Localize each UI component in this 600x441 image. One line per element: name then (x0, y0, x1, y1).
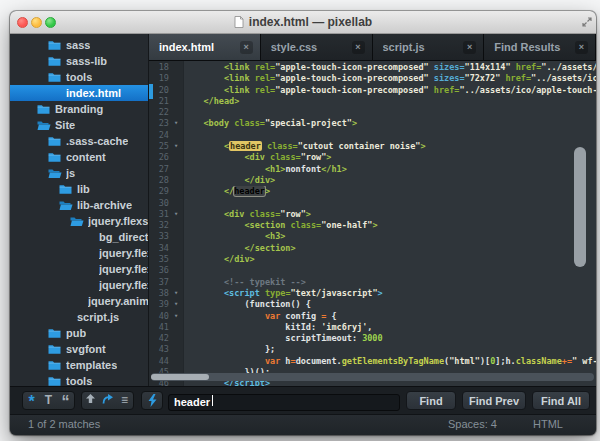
sidebar-item-jquery-flexslider[interactable]: jquery.flexslider (10, 277, 148, 293)
horizontal-scrollbar-thumb[interactable] (151, 374, 209, 380)
fold-arrow-icon[interactable]: ▾ (169, 118, 183, 129)
sidebar-item-js[interactable]: js (10, 165, 148, 181)
sidebar-item-sass-lib[interactable]: sass-lib (10, 53, 148, 69)
code-line[interactable]: 28 </div> (149, 175, 596, 186)
line-number: 31 (149, 209, 169, 220)
code-token (183, 311, 265, 321)
find-input[interactable] (168, 394, 400, 411)
code-line[interactable]: 41 kitId: 'imc6ryj', (149, 322, 596, 333)
sidebar-item-lib[interactable]: lib (10, 181, 148, 197)
tab-close-icon[interactable]: × (575, 41, 588, 54)
code-line[interactable]: 33 <h3> (149, 231, 596, 242)
sidebar-item-jquery-animate-enh[interactable]: jquery.animate-enh (10, 293, 148, 309)
sidebar-item-sass[interactable]: sass (10, 37, 148, 53)
tab-index-html[interactable]: index.html× (149, 34, 261, 60)
sidebar-item-jquery-flexslider[interactable]: jquery.flexslider (10, 245, 148, 261)
sidebar-item-content[interactable]: content (10, 149, 148, 165)
code-line[interactable]: 20 <link rel="apple-touch-icon-precompos… (149, 85, 596, 96)
sidebar-item-jquery-flexslider[interactable]: jquery.flexslider (10, 213, 148, 229)
code-line[interactable]: 32 <section class="one-half"> (149, 220, 596, 231)
code-line[interactable]: 23▾ <body class="special-project"> (149, 118, 596, 129)
code-token: h (280, 356, 290, 366)
tab-close-icon[interactable]: × (352, 41, 365, 54)
sidebar-item-script-js[interactable]: script.js (10, 309, 148, 325)
tab-script-js[interactable]: script.js× (373, 34, 485, 60)
code-line[interactable]: 26 <div class="row"> (149, 152, 596, 163)
code-line[interactable]: 18 <link rel="apple-touch-icon-precompos… (149, 62, 596, 73)
vertical-scrollbar[interactable] (574, 147, 586, 267)
code-line[interactable]: 21 </head> (149, 96, 596, 107)
fold-arrow-icon[interactable]: ▾ (169, 299, 183, 310)
folder-icon (48, 40, 62, 51)
fold-arrow-icon[interactable]: ▾ (169, 141, 183, 152)
code-line[interactable]: 36 (149, 265, 596, 276)
sidebar-item-svgfont[interactable]: svgfont (10, 341, 148, 357)
fold-arrow-icon[interactable]: ▾ (169, 311, 183, 322)
sidebar-item-lib-archive[interactable]: lib-archive (10, 197, 148, 213)
code-line[interactable]: 19 <link rel="apple-touch-icon-precompos… (149, 73, 596, 84)
sidebar-item-label: jquery.flexslider (99, 247, 148, 259)
find-button-find[interactable]: Find (406, 391, 456, 410)
horizontal-scrollbar-track[interactable] (151, 373, 594, 381)
sidebar-item-sass-cache[interactable]: .sass-cache (10, 133, 148, 149)
tab-label: index.html (159, 41, 240, 53)
folder-open-icon (48, 168, 62, 179)
fold-arrow-icon[interactable]: ▾ (169, 288, 183, 299)
title-bar[interactable]: index.html — pixellab (10, 11, 596, 34)
code-line[interactable]: 24 (149, 130, 596, 141)
sidebar-item-label: pub (66, 327, 86, 339)
sidebar-item-site[interactable]: Site (10, 117, 148, 133)
code-line[interactable]: 34 </section> (149, 243, 596, 254)
syntax-mode[interactable]: HTML (533, 418, 563, 430)
code-line[interactable]: 31▾ <div class="row"> (149, 209, 596, 220)
zoom-window-icon[interactable] (45, 17, 56, 28)
file-tree-sidebar: sasssass-libtoolsindex.htmlBrandingSite.… (10, 34, 149, 386)
quotes-icon[interactable]: “ (57, 391, 74, 410)
code-line[interactable]: 37 <!-- typekit --> (149, 277, 596, 288)
code-line[interactable]: 39▾ (function() { (149, 299, 596, 310)
code-line[interactable]: 43 }; (149, 344, 596, 355)
sidebar-item-index-html[interactable]: index.html (10, 85, 148, 101)
code-line[interactable]: 27 <h1>nonfont</h1> (149, 164, 596, 175)
code-line[interactable]: 35 </div> (149, 254, 596, 265)
code-token: class= (234, 118, 265, 128)
code-line[interactable]: 22 (149, 107, 596, 118)
sidebar-item-tools[interactable]: tools (10, 69, 148, 85)
tab-find-results[interactable]: Find Results× (484, 34, 596, 60)
tab-style-css[interactable]: style.css× (261, 34, 373, 60)
code-line[interactable]: 42 scriptTimeout: 3000 (149, 333, 596, 344)
code-line[interactable]: 44 var h=document.getElementsByTagName("… (149, 356, 596, 367)
curved-arrow-icon[interactable] (99, 392, 116, 409)
sidebar-item-pub[interactable]: pub (10, 325, 148, 341)
sidebar-item-jquery-flexslider[interactable]: jquery.flexslider (10, 261, 148, 277)
arrow-up-icon[interactable] (82, 392, 99, 409)
code-token: document. (296, 356, 342, 366)
sidebar-item-tools[interactable]: tools (10, 373, 148, 386)
close-window-icon[interactable] (17, 17, 28, 28)
menu-lines-icon[interactable]: ≡ (116, 392, 133, 409)
code-line[interactable]: 30 (149, 198, 596, 209)
code-line[interactable]: 25▾ <header class="cutout container nois… (149, 141, 596, 152)
sidebar-item-templates[interactable]: templates (10, 357, 148, 373)
asterisk-icon[interactable]: * (23, 391, 40, 410)
minimize-window-icon[interactable] (31, 17, 42, 28)
code-line[interactable]: 40▾ var config = { (149, 311, 596, 322)
tab-close-icon[interactable]: × (463, 41, 476, 54)
code-line[interactable]: 29 </header> (149, 186, 596, 197)
fold-arrow-icon[interactable]: ▾ (169, 209, 183, 220)
sidebar-item-branding[interactable]: Branding (10, 101, 148, 117)
fullscreen-resize-icon[interactable] (581, 14, 593, 32)
code-token: "row" (280, 209, 306, 219)
find-button-find-all[interactable]: Find All (532, 391, 590, 410)
quick-find-button[interactable] (141, 391, 163, 410)
tab-close-icon[interactable]: × (240, 41, 253, 54)
find-button-find-prev[interactable]: Find Prev (462, 391, 526, 410)
code-line[interactable]: 38▾ <script type="text/javascript"> (149, 288, 596, 299)
letter-t-icon[interactable]: T (40, 392, 57, 409)
code-token (183, 344, 265, 354)
code-area[interactable]: 18 <link rel="apple-touch-icon-precompos… (149, 61, 596, 386)
line-number: 25 (149, 141, 169, 152)
sidebar-item-bg-direction-nav[interactable]: bg_direction_nav (10, 229, 148, 245)
indent-setting[interactable]: Spaces: 4 (448, 418, 497, 430)
fold-spacer (169, 243, 183, 254)
